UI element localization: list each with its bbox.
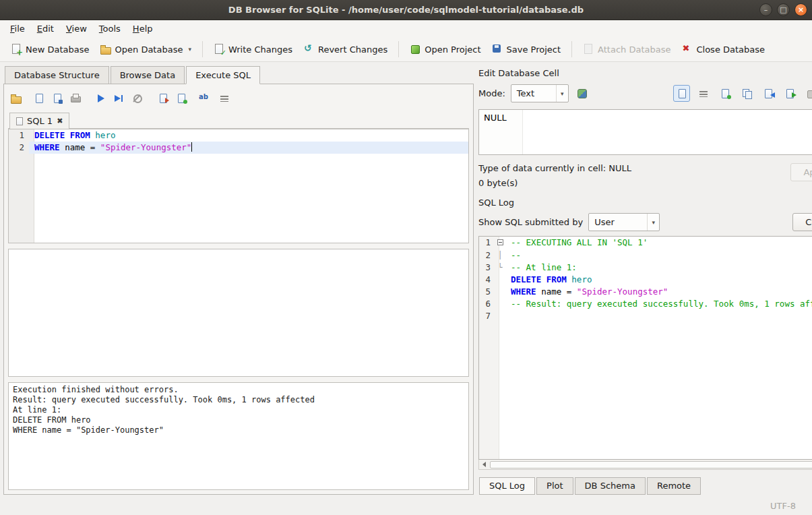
export-icon xyxy=(784,88,795,99)
code-line: 1DELETE FROM hero xyxy=(9,129,468,142)
execute-all-icon xyxy=(96,93,106,104)
cell-editor-title: Edit Database Cell xyxy=(478,68,812,78)
execute-current-line-button[interactable] xyxy=(111,90,127,107)
message-line: Execution finished without errors. xyxy=(13,385,464,395)
dock-tab-bar: SQL LogPlotDB SchemaRemote xyxy=(478,477,812,495)
chevron-down-icon[interactable]: ▾ xyxy=(556,85,568,102)
scrollbar-thumb[interactable] xyxy=(490,461,812,468)
open-sql-file-button[interactable] xyxy=(8,90,24,107)
save-project-button[interactable]: Save Project xyxy=(487,40,567,58)
export-results-button[interactable] xyxy=(155,90,171,107)
chevron-down-icon[interactable]: ▾ xyxy=(647,214,659,231)
open-project-icon xyxy=(410,44,420,55)
sql-editor[interactable]: 1DELETE FROM hero2WHERE name = "Spider-Y… xyxy=(8,129,469,243)
new-database-icon xyxy=(11,44,22,55)
dock-tab-sql-log[interactable]: SQL Log xyxy=(479,477,535,495)
save-text-icon xyxy=(720,88,730,99)
menu-tools[interactable]: Tools xyxy=(93,22,127,36)
open-database-icon xyxy=(100,44,111,55)
status-bar: UTF-8 xyxy=(0,497,812,515)
dock-tab-db-schema[interactable]: DB Schema xyxy=(575,477,646,495)
sql-editor-code: 1DELETE FROM hero2WHERE name = "Spider-Y… xyxy=(9,129,468,154)
auto-mode-button[interactable] xyxy=(574,85,591,102)
import-icon xyxy=(763,88,774,99)
copy-icon xyxy=(741,88,752,99)
save-text-button[interactable] xyxy=(716,85,733,102)
menu-help[interactable]: Help xyxy=(127,22,159,36)
execute-all-button[interactable] xyxy=(93,90,109,107)
write-changes-icon xyxy=(214,44,224,55)
menu-view[interactable]: View xyxy=(60,22,93,36)
dropdown-arrow-icon[interactable]: ▾ xyxy=(188,46,191,53)
set-null-button[interactable] xyxy=(803,85,812,102)
dock-tab-remote[interactable]: Remote xyxy=(647,477,701,495)
window-title: DB Browser for SQLite - /home/user/code/… xyxy=(0,5,812,15)
close-database-button[interactable]: Close Database xyxy=(676,40,770,58)
clear-button[interactable]: Clear xyxy=(792,213,812,231)
sql-log-view[interactable]: 1-- EXECUTING ALL IN 'SQL 1'2│--3└-- At … xyxy=(478,236,812,460)
submitter-combo[interactable]: User ▾ xyxy=(588,213,660,231)
cell-edit-area[interactable]: NULL xyxy=(478,109,812,155)
menu-bar: FileEditViewToolsHelp xyxy=(0,20,812,37)
menu-edit[interactable]: Edit xyxy=(31,22,60,36)
code-line: 4DELETE FROM hero xyxy=(479,274,812,286)
mode-combo[interactable]: Text ▾ xyxy=(511,84,569,102)
print-button[interactable] xyxy=(67,90,84,107)
content-area: Database StructureBrowse DataExecute SQL… xyxy=(0,62,812,497)
tab-execute-sql[interactable]: Execute SQL xyxy=(186,66,260,84)
stop-icon xyxy=(132,93,143,104)
cell-info-row: Type of data currently in cell: NULL 0 b… xyxy=(478,163,812,188)
message-line: Result: query executed successfully. Too… xyxy=(13,395,464,405)
new-database-button[interactable]: New Database xyxy=(5,40,95,58)
mode-combo-value: Text xyxy=(511,88,556,98)
cell-size-info: 0 byte(s) xyxy=(478,178,790,188)
attach-database-icon xyxy=(583,44,594,55)
sql-toolbar xyxy=(8,88,469,109)
find-replace-button[interactable] xyxy=(195,90,211,107)
import-button[interactable] xyxy=(759,85,776,102)
word-wrap-button[interactable] xyxy=(216,90,232,107)
scroll-left-arrow-icon[interactable] xyxy=(479,460,489,469)
save-results-button[interactable] xyxy=(173,90,189,107)
sql-tab[interactable]: SQL 1 ✖ xyxy=(9,113,69,129)
titlebar[interactable]: DB Browser for SQLite - /home/user/code/… xyxy=(0,0,812,20)
menu-file[interactable]: File xyxy=(4,22,31,36)
open-project-button[interactable]: Open Project xyxy=(404,40,486,58)
text-view-button[interactable] xyxy=(673,85,690,102)
revert-changes-icon xyxy=(303,44,314,55)
export-results-icon xyxy=(158,93,168,104)
stop-button[interactable] xyxy=(129,90,146,107)
tab-database-structure[interactable]: Database Structure xyxy=(5,66,109,84)
save-results-icon xyxy=(176,93,187,104)
sql-file-icon xyxy=(16,117,23,125)
execute-current-line-icon xyxy=(114,93,125,104)
execute-sql-page: SQL 1 ✖ 1DELETE FROM hero2WHERE name = "… xyxy=(3,84,474,495)
save-sql-file-button[interactable] xyxy=(31,90,47,107)
close-button[interactable]: × xyxy=(794,3,807,16)
results-grid xyxy=(8,249,469,377)
save-sql-file-icon xyxy=(34,93,44,104)
find-replace-icon xyxy=(197,93,208,104)
export-button[interactable] xyxy=(781,85,798,102)
maximize-button[interactable]: □ xyxy=(777,3,790,16)
word-wrap-button[interactable] xyxy=(695,85,712,102)
horizontal-scrollbar xyxy=(478,460,812,470)
word-wrap-icon xyxy=(698,88,709,99)
tab-browse-data[interactable]: Browse Data xyxy=(111,66,185,84)
open-database-button[interactable]: Open Database▾ xyxy=(95,40,197,58)
fold-collapse-icon[interactable] xyxy=(497,239,503,245)
messages-pane: Execution finished without errors.Result… xyxy=(8,382,469,490)
copy-button[interactable] xyxy=(738,85,755,102)
write-changes-button[interactable]: Write Changes xyxy=(208,40,298,58)
code-line: 2│-- xyxy=(479,249,812,262)
save-sql-as-button[interactable] xyxy=(49,90,65,107)
close-database-icon xyxy=(681,44,692,55)
app-window: DB Browser for SQLite - /home/user/code/… xyxy=(0,0,812,515)
sql-tab-label: SQL 1 xyxy=(27,116,53,126)
cell-editor-header: Edit Database Cell ✕ xyxy=(478,66,812,80)
dock-tab-plot[interactable]: Plot xyxy=(536,477,573,495)
minimize-button[interactable]: – xyxy=(759,3,772,16)
revert-changes-button[interactable]: Revert Changes xyxy=(298,40,393,58)
close-sql-tab-icon[interactable]: ✖ xyxy=(57,117,63,125)
right-pane: Edit Database Cell ✕ Mode: Text ▾ xyxy=(475,62,812,497)
